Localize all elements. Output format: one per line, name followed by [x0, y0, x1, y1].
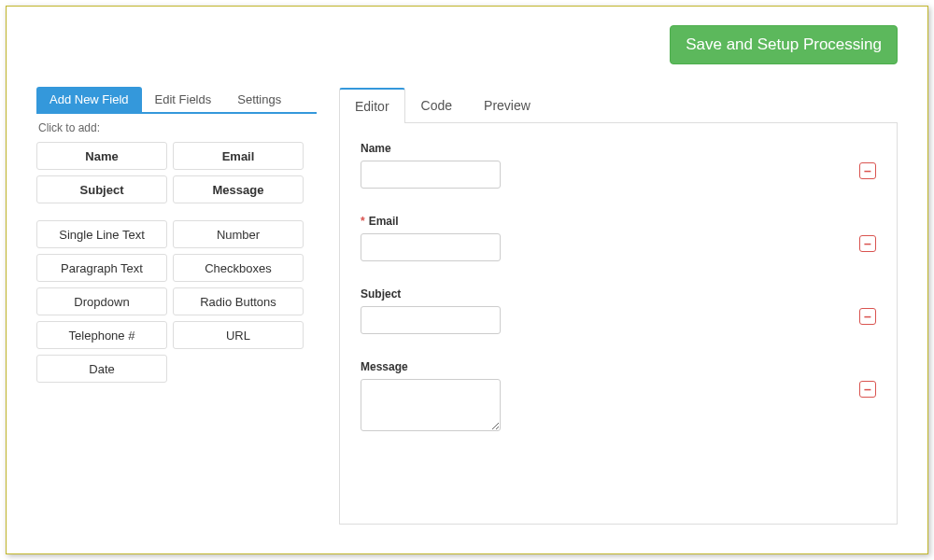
app-frame: Save and Setup Processing Add New Field …: [6, 6, 928, 554]
right-panel: Editor Code Preview Name – * Em: [339, 87, 898, 525]
field-label: Message: [361, 360, 408, 373]
add-single-line-text-button[interactable]: Single Line Text: [36, 220, 167, 248]
tab-edit-fields[interactable]: Edit Fields: [142, 87, 225, 112]
left-panel: Add New Field Edit Fields Settings Click…: [36, 87, 317, 399]
add-number-button[interactable]: Number: [173, 220, 304, 248]
name-input[interactable]: [361, 161, 501, 189]
add-telephone-button[interactable]: Telephone #: [36, 321, 167, 349]
form-field-name[interactable]: Name –: [361, 142, 876, 189]
add-message-button[interactable]: Message: [173, 175, 304, 203]
field-label: Name: [361, 142, 391, 155]
required-marker: *: [361, 215, 365, 228]
email-input[interactable]: [361, 233, 501, 261]
tab-settings[interactable]: Settings: [224, 87, 294, 112]
save-setup-button[interactable]: Save and Setup Processing: [670, 25, 898, 64]
field-label: Subject: [361, 287, 401, 301]
primary-field-buttons: Name Email Subject Message: [36, 142, 317, 203]
extra-field-buttons: Single Line Text Number Paragraph Text C…: [36, 220, 317, 383]
right-tabs: Editor Code Preview: [339, 87, 898, 123]
add-email-button[interactable]: Email: [173, 142, 304, 170]
add-name-button[interactable]: Name: [36, 142, 167, 170]
remove-field-button[interactable]: –: [859, 308, 876, 325]
editor-body: Name – * Email –: [339, 123, 898, 525]
main-content: Add New Field Edit Fields Settings Click…: [36, 87, 898, 525]
message-textarea[interactable]: [361, 379, 501, 431]
tab-add-new-field[interactable]: Add New Field: [36, 87, 142, 112]
add-paragraph-text-button[interactable]: Paragraph Text: [36, 254, 167, 282]
field-label: Email: [369, 215, 399, 228]
tab-editor[interactable]: Editor: [339, 88, 405, 123]
add-date-button[interactable]: Date: [36, 355, 167, 383]
left-tabs: Add New Field Edit Fields Settings: [36, 87, 317, 114]
add-subject-button[interactable]: Subject: [36, 175, 167, 203]
form-field-message[interactable]: Message –: [361, 360, 876, 434]
subject-input[interactable]: [361, 306, 501, 334]
add-dropdown-button[interactable]: Dropdown: [36, 287, 167, 315]
click-to-add-hint: Click to add:: [38, 121, 317, 134]
form-field-subject[interactable]: Subject –: [361, 287, 876, 334]
add-radio-buttons-button[interactable]: Radio Buttons: [173, 287, 304, 315]
add-url-button[interactable]: URL: [173, 321, 304, 349]
tab-preview[interactable]: Preview: [468, 88, 546, 123]
remove-field-button[interactable]: –: [859, 162, 876, 179]
form-field-email[interactable]: * Email –: [361, 215, 876, 261]
tab-code[interactable]: Code: [405, 88, 468, 123]
add-checkboxes-button[interactable]: Checkboxes: [173, 254, 304, 282]
remove-field-button[interactable]: –: [859, 235, 876, 252]
remove-field-button[interactable]: –: [859, 381, 876, 398]
